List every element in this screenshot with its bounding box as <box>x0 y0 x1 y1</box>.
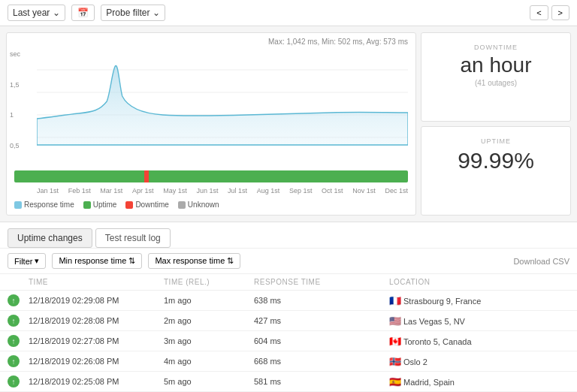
row-time: 12/18/2019 02:25:08 PM <box>29 377 164 386</box>
side-stats: DOWNTIME an hour (41 outages) UPTIME 99.… <box>421 32 571 216</box>
row-icon: ↑ <box>8 375 29 387</box>
x-label-may: May 1st <box>163 187 187 194</box>
y-label-sec: sec <box>10 50 26 58</box>
row-location: 🇨🇦Toronto 5, Canada <box>389 336 569 347</box>
legend-unknown: Unknown <box>178 201 219 209</box>
min-response-label: Min response time <box>59 256 126 265</box>
nav-arrows: < > <box>530 5 569 20</box>
table-row: ↑ 12/18/2019 02:27:08 PM 3m ago 604 ms 🇨… <box>0 331 577 351</box>
row-response: 427 ms <box>254 316 389 325</box>
legend-dot-downtime <box>125 201 133 209</box>
top-bar: Last year ⌄ 📅 Probe filter ⌄ < > <box>0 0 577 26</box>
col-time: TIME <box>29 278 164 286</box>
filter-button[interactable]: Filter ▾ <box>8 253 46 269</box>
probe-filter-chevron: ⌄ <box>153 8 160 18</box>
max-sort-icon: ⇅ <box>227 256 234 265</box>
filter-label: Filter <box>14 257 32 266</box>
col-response: RESPONSE TIME <box>254 278 389 286</box>
row-location: 🇫🇷Strasbourg 9, France <box>389 295 569 306</box>
chart-area: sec 1,5 1 0,5 <box>7 47 415 167</box>
downtime-sub: (41 outages) <box>429 79 563 87</box>
tab-test-result-log[interactable]: Test result log <box>95 228 171 248</box>
calendar-icon: 📅 <box>77 8 89 18</box>
y-label-1: 1 <box>10 111 26 119</box>
downtime-label: DOWNTIME <box>429 44 563 51</box>
row-time: 12/18/2019 02:26:08 PM <box>29 357 164 366</box>
x-label-mar: Mar 1st <box>100 187 122 194</box>
probe-filter[interactable]: Probe filter ⌄ <box>101 5 165 21</box>
y-label-15: 1,5 <box>10 81 26 89</box>
filter-chevron: ▾ <box>35 256 39 266</box>
x-label-jul: Jul 1st <box>228 187 247 194</box>
legend-label-downtime: Downtime <box>135 201 168 209</box>
x-label-nov: Nov 1st <box>352 187 376 194</box>
x-axis-labels: Jan 1st Feb 1st Mar 1st Apr 1st May 1st … <box>7 185 415 198</box>
nav-prev-button[interactable]: < <box>530 5 548 20</box>
uptime-value: 99.99% <box>429 148 563 173</box>
row-time: 12/18/2019 02:27:08 PM <box>29 336 164 345</box>
tab-uptime-changes[interactable]: Uptime changes <box>8 228 92 248</box>
row-icon: ↑ <box>8 315 29 327</box>
legend-downtime: Downtime <box>125 201 168 209</box>
row-location: 🇪🇸Madrid, Spain <box>389 376 569 387</box>
main-content: Max: 1,042 ms, Min: 502 ms, Avg: 573 ms … <box>0 26 577 222</box>
legend-dot-response <box>14 201 22 209</box>
period-selector[interactable]: Last year ⌄ <box>8 5 65 21</box>
x-label-jan: Jan 1st <box>37 187 59 194</box>
chart-svg <box>37 47 408 152</box>
filter-bar: Filter ▾ Min response time ⇅ Max respons… <box>0 248 577 273</box>
x-label-apr: Apr 1st <box>132 187 154 194</box>
x-label-aug: Aug 1st <box>257 187 280 194</box>
row-location: 🇳🇴Oslo 2 <box>389 356 569 367</box>
table-row: ↑ 12/18/2019 02:29:08 PM 1m ago 638 ms 🇫… <box>0 291 577 311</box>
data-table: TIME TIME (REL.) RESPONSE TIME LOCATION … <box>0 273 577 392</box>
max-response-button[interactable]: Max response time ⇅ <box>148 253 240 269</box>
table-header: TIME TIME (REL.) RESPONSE TIME LOCATION <box>0 274 577 291</box>
tabs-section: Uptime changes Test result log <box>0 222 577 248</box>
probe-filter-label: Probe filter <box>106 8 150 18</box>
col-icon <box>8 278 29 286</box>
row-icon: ↑ <box>8 335 29 347</box>
row-time-rel: 5m ago <box>164 377 254 386</box>
x-label-jun: Jun 1st <box>196 187 218 194</box>
min-sort-icon: ⇅ <box>128 256 135 265</box>
download-csv-button[interactable]: Download CSV <box>513 257 569 266</box>
col-time-rel: TIME (REL.) <box>164 278 254 286</box>
calendar-button[interactable]: 📅 <box>71 5 95 21</box>
table-row: ↑ 12/18/2019 02:26:08 PM 4m ago 668 ms 🇳… <box>0 351 577 372</box>
row-icon: ↑ <box>8 294 29 306</box>
legend-response: Response time <box>14 201 74 209</box>
timeline-bar <box>14 170 408 182</box>
row-time-rel: 1m ago <box>164 296 254 305</box>
legend-label-unknown: Unknown <box>188 201 219 209</box>
row-time-rel: 2m ago <box>164 316 254 325</box>
x-label-feb: Feb 1st <box>68 187 91 194</box>
row-time-rel: 3m ago <box>164 336 254 345</box>
period-label: Last year <box>13 8 50 18</box>
chart-section: Max: 1,042 ms, Min: 502 ms, Avg: 573 ms … <box>6 32 416 216</box>
chart-stats: Max: 1,042 ms, Min: 502 ms, Avg: 573 ms <box>7 33 415 47</box>
row-response: 604 ms <box>254 336 389 345</box>
legend-uptime: Uptime <box>83 201 117 209</box>
table-row: ↑ 12/18/2019 02:25:08 PM 5m ago 581 ms 🇪… <box>0 372 577 392</box>
legend-dot-uptime <box>83 201 91 209</box>
row-response: 668 ms <box>254 357 389 366</box>
table-rows: ↑ 12/18/2019 02:29:08 PM 1m ago 638 ms 🇫… <box>0 291 577 392</box>
chart-legend: Response time Uptime Downtime Unknown <box>7 198 415 215</box>
legend-label-response: Response time <box>24 201 74 209</box>
nav-next-button[interactable]: > <box>551 5 569 20</box>
legend-label-uptime: Uptime <box>93 201 117 209</box>
row-response: 581 ms <box>254 377 389 386</box>
min-response-button[interactable]: Min response time ⇅ <box>52 253 142 269</box>
row-icon: ↑ <box>8 355 29 367</box>
timeline-uptime <box>14 170 144 182</box>
x-label-sep: Sep 1st <box>289 187 313 194</box>
col-location: LOCATION <box>389 278 569 286</box>
y-label-05: 0,5 <box>10 142 26 149</box>
row-time-rel: 4m ago <box>164 357 254 366</box>
row-time: 12/18/2019 02:29:08 PM <box>29 296 164 305</box>
row-time: 12/18/2019 02:28:08 PM <box>29 316 164 325</box>
timeline-uptime2 <box>149 170 408 182</box>
row-response: 638 ms <box>254 296 389 305</box>
table-row: ↑ 12/18/2019 02:28:08 PM 2m ago 427 ms 🇺… <box>0 311 577 331</box>
